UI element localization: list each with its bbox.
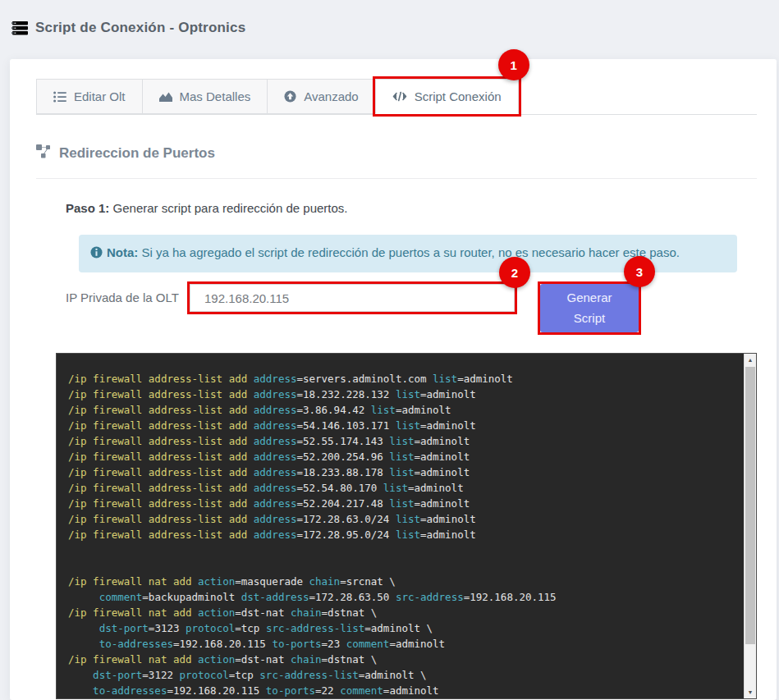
divider [36,178,757,179]
tab-script-conexion[interactable]: Script Conexión 1 [375,79,519,114]
arrow-up-circle-icon [284,90,296,103]
page-header: Script de Conexión - Optronics [0,0,779,36]
note-label: Nota: [107,245,138,259]
code-icon [392,91,407,102]
ip-input-highlight: 2 [187,281,517,314]
generate-script-button[interactable]: Generar Script [540,284,639,332]
ip-form-row: IP Privada de la OLT 2 Generar Script 3 [66,281,757,335]
tab-label: Editar Olt [74,89,126,103]
step-badge-1: 1 [498,49,529,80]
step-badge-2: 2 [499,257,530,288]
ip-input[interactable] [190,284,515,312]
server-icon [11,21,28,35]
section-heading-label: Redireccion de Puertos [59,145,215,162]
tab-bar: Editar Olt Mas Detalles Avanzado [36,79,757,115]
tab-editar-olt[interactable]: Editar Olt [36,79,143,114]
tab-label: Avanzado [304,89,358,103]
scroll-down-arrow[interactable]: ▼ [745,686,756,698]
scrollbar[interactable]: ▲ ▼ [744,354,756,698]
tab-label: Script Conexión [415,89,502,103]
scrollbar-thumb[interactable] [745,367,755,644]
script-output-panel: /ip firewall address-list add address=se… [56,353,757,699]
script-output: /ip firewall address-list add address=se… [57,354,756,698]
step-1-label: Paso 1: [66,201,109,215]
scroll-up-arrow[interactable]: ▲ [745,354,756,366]
content-card: Editar Olt Mas Detalles Avanzado [10,59,777,700]
tab-mas-detalles[interactable]: Mas Detalles [142,79,268,114]
list-icon [53,91,66,103]
chart-area-icon [159,91,172,103]
info-icon [90,246,103,263]
step-badge-3: 3 [624,256,655,287]
step-1-description: Generar script para redirección de puert… [109,201,347,215]
sitemap-icon [36,144,51,162]
ip-label: IP Privada de la OLT [66,281,187,307]
section-heading: Redireccion de Puertos [36,144,757,162]
tab-label: Mas Detalles [180,89,251,103]
page-title: Script de Conexión - Optronics [35,20,245,36]
generate-button-highlight: Generar Script 3 [538,281,641,335]
step-1-text: Paso 1: Generar script para redirección … [66,201,757,215]
note-text: Si ya ha agregado el script de redirecci… [138,245,680,259]
tab-avanzado[interactable]: Avanzado [267,79,375,114]
